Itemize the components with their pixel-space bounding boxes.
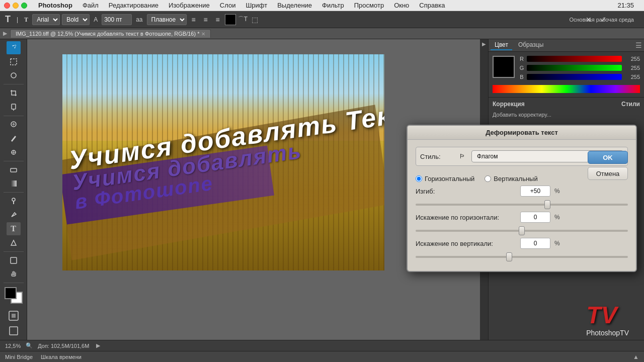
crop-tool[interactable] xyxy=(7,86,21,100)
eyedropper-tool[interactable] xyxy=(7,101,21,114)
align-right-icon[interactable]: ≡ xyxy=(213,15,223,25)
clone-tool[interactable] xyxy=(7,146,21,159)
svg-rect-10 xyxy=(11,168,17,172)
font-style-select[interactable]: Bold xyxy=(62,14,90,25)
tabbar: ▶ IMG_1120.tiff @ 12,5% (Учимся добавлят… xyxy=(0,28,644,39)
horizontal-radio-label[interactable]: Горизонтальный xyxy=(416,175,474,183)
menu-select[interactable]: Выделение xyxy=(273,1,316,10)
lasso-tool[interactable] xyxy=(7,69,21,82)
gradient-tool[interactable] xyxy=(7,177,21,190)
correction-tab-label[interactable]: Коррекция xyxy=(493,101,525,108)
canvas-image[interactable]: Учимся добавлять Текст Учимся добавлять … xyxy=(62,54,384,270)
panel-menu-icon[interactable]: ☰ xyxy=(635,41,642,49)
font-size-input[interactable] xyxy=(102,14,132,25)
align-left-icon[interactable]: ≡ xyxy=(189,15,199,25)
window-controls xyxy=(4,3,27,9)
menubar: Photoshop Файл Редактирование Изображени… xyxy=(0,0,644,11)
tab-close-button[interactable]: ✕ xyxy=(201,31,205,37)
dialog-title: Деформировать текст xyxy=(408,126,636,140)
panel-tabs: Цвет Образцы ☰ xyxy=(489,39,644,52)
r-slider-container xyxy=(527,56,622,62)
timeline-label[interactable]: Шкала времени xyxy=(41,354,82,360)
b-value: 255 xyxy=(624,74,640,80)
horizontal-label: Горизонтальный xyxy=(425,175,474,183)
antialiasing-select[interactable]: Плавное xyxy=(147,14,187,25)
menu-filter[interactable]: Фильтр xyxy=(318,1,348,10)
vertical-radio-label[interactable]: Вертикальный xyxy=(485,175,537,183)
text-options-icon[interactable]: ⬚ xyxy=(250,15,260,25)
style-label: Стиль: xyxy=(420,153,455,160)
maximize-button[interactable] xyxy=(21,3,27,9)
vertical-radio[interactable] xyxy=(485,175,491,182)
menu-window[interactable]: Окно xyxy=(390,1,413,10)
bend-slider-thumb[interactable] xyxy=(544,200,550,209)
mini-bridge-label[interactable]: Mini Bridge xyxy=(5,354,33,360)
path-select-tool[interactable] xyxy=(7,236,21,249)
horiz-slider-track[interactable] xyxy=(416,230,628,232)
vert-slider-thumb[interactable] xyxy=(506,252,512,261)
b-slider-track[interactable] xyxy=(527,74,622,80)
text-color-swatch[interactable] xyxy=(225,14,236,25)
brush-tool[interactable] xyxy=(7,132,21,145)
color-swatches[interactable] xyxy=(5,287,23,304)
styles-tab-label[interactable]: Стили xyxy=(621,101,640,108)
expand-icon[interactable]: ▶ xyxy=(3,30,7,37)
minimize-button[interactable] xyxy=(13,3,19,9)
menu-file[interactable]: Файл xyxy=(78,1,103,10)
vert-slider-track[interactable] xyxy=(416,256,628,258)
heal-tool[interactable] xyxy=(7,118,21,131)
vert-distort-input[interactable] xyxy=(520,238,550,249)
menu-font[interactable]: Шрифт xyxy=(242,1,271,10)
color-spectrum[interactable] xyxy=(493,85,640,93)
tab-swatches[interactable]: Образцы xyxy=(514,40,547,50)
screen-mode-tool[interactable] xyxy=(7,324,21,338)
expand-bottom-icon[interactable]: ▲ xyxy=(633,353,639,360)
menu-help[interactable]: Справка xyxy=(415,1,449,10)
align-center-icon[interactable]: ≡ xyxy=(201,15,211,25)
ok-button[interactable]: OK xyxy=(588,151,628,164)
document-tab[interactable]: IMG_1120.tiff @ 12,5% (Учимся добавлять … xyxy=(10,29,211,38)
correction-panel: Коррекция Стили Добавить корректиру... xyxy=(489,97,644,123)
font-size-icon: A xyxy=(92,15,100,24)
vert-distort-row: Искажение по вертикали: % xyxy=(416,238,628,249)
quick-mask-tool[interactable] xyxy=(7,309,21,323)
bend-input[interactable] xyxy=(520,186,550,197)
horiz-distort-row: Искажение по горизонтали: % xyxy=(416,212,628,223)
main-color-swatch[interactable] xyxy=(493,56,515,78)
r-slider-track[interactable] xyxy=(527,56,622,62)
cancel-button[interactable]: Отмена xyxy=(588,167,628,180)
close-button[interactable] xyxy=(4,3,10,9)
selection-tool[interactable] xyxy=(7,55,21,68)
forward-icon[interactable]: ▶ xyxy=(96,342,100,349)
tools-panel: T xyxy=(0,39,27,340)
menu-view[interactable]: Просмотр xyxy=(350,1,388,10)
eraser-tool[interactable] xyxy=(7,163,21,176)
svg-rect-2 xyxy=(12,104,16,109)
tab-color[interactable]: Цвет xyxy=(491,40,512,50)
text-tool-icon[interactable]: T xyxy=(3,13,13,26)
text-tool[interactable]: T xyxy=(7,222,21,235)
tool-divider-5 xyxy=(4,251,24,252)
horiz-slider-thumb[interactable] xyxy=(519,226,525,235)
move-tool[interactable] xyxy=(7,41,21,54)
horiz-distort-input[interactable] xyxy=(520,212,550,223)
menu-layers[interactable]: Слои xyxy=(216,1,240,10)
dialog-buttons: OK Отмена xyxy=(588,151,628,180)
bend-slider-track[interactable] xyxy=(416,204,628,206)
shape-tool[interactable] xyxy=(7,254,21,267)
dodge-tool[interactable] xyxy=(7,195,21,208)
app-name[interactable]: Photoshop xyxy=(34,1,76,10)
g-slider-track[interactable] xyxy=(527,65,622,71)
tool-divider-4 xyxy=(4,192,24,193)
menu-edit[interactable]: Редактирование xyxy=(105,1,163,10)
horizontal-radio[interactable] xyxy=(416,175,422,182)
font-family-select[interactable]: Arial xyxy=(32,14,60,25)
hand-tool[interactable] xyxy=(7,267,21,281)
tool-divider-2 xyxy=(4,116,24,116)
pen-tool[interactable] xyxy=(7,209,21,222)
foreground-color[interactable] xyxy=(5,287,17,299)
menu-image[interactable]: Изображение xyxy=(165,1,214,10)
logo-area: TV PhotoshopTV xyxy=(586,301,629,337)
warp-text-icon[interactable]: ⌒T xyxy=(238,15,248,25)
logo-sub-text: PhotoshopTV xyxy=(586,329,629,337)
